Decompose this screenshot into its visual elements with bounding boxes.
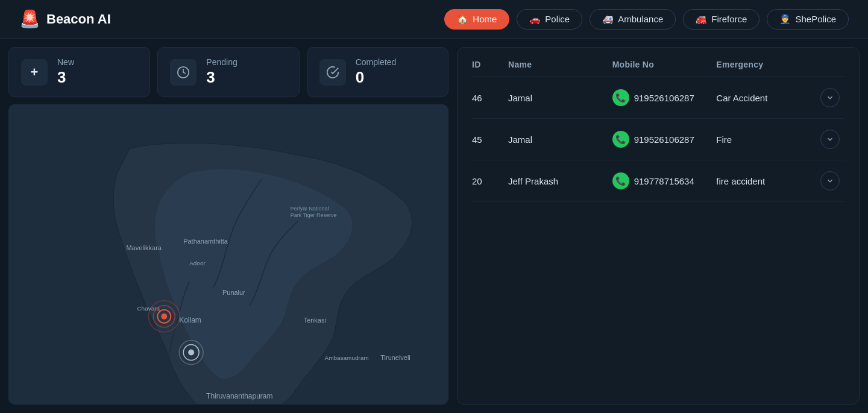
- col-name: Name: [508, 60, 612, 69]
- row3-emergency: fire accident: [716, 176, 820, 186]
- svg-text:Thiruvananthapuram: Thiruvananthapuram: [206, 392, 272, 400]
- stat-completed: Completed 0: [307, 47, 448, 97]
- nav-shepolice[interactable]: 👮 ShePolice: [767, 9, 849, 30]
- row2-mobile: 📞 919526106287: [612, 131, 717, 148]
- svg-text:Tenkasi: Tenkasi: [304, 317, 326, 324]
- svg-text:Adoor: Adoor: [189, 260, 206, 266]
- home-icon: 🏠: [457, 14, 468, 25]
- nav-ambulance[interactable]: 🚑 Ambulance: [590, 9, 676, 30]
- logo-icon: 🚨: [19, 9, 40, 29]
- phone-icon: 📞: [612, 89, 629, 106]
- row3-expand-button[interactable]: [820, 171, 840, 191]
- completed-value: 0: [356, 68, 397, 87]
- table-row: 20 Jeff Prakash 📞 919778715634 fire acci…: [472, 160, 844, 202]
- map-container: Periyar National Park Tiger Reserve Mave…: [8, 104, 448, 405]
- col-mobile: Mobile No: [612, 60, 717, 69]
- completed-icon: [319, 59, 346, 86]
- stat-pending: Pending 3: [157, 47, 299, 97]
- nav-home[interactable]: 🏠 Home: [444, 9, 509, 30]
- row3-name: Jeff Prakash: [508, 176, 612, 186]
- map-svg: Periyar National Park Tiger Reserve Mave…: [9, 105, 448, 404]
- svg-text:Mavelikkara: Mavelikkara: [126, 244, 162, 251]
- row1-emergency: Car Accident: [716, 93, 820, 103]
- row2-expand-button[interactable]: [820, 130, 840, 149]
- svg-text:Tirunelveli: Tirunelveli: [380, 354, 410, 361]
- svg-text:Periyar National: Periyar National: [291, 206, 329, 212]
- svg-text:Park Tiger Reserve: Park Tiger Reserve: [291, 212, 337, 218]
- svg-text:Punalur: Punalur: [222, 289, 245, 296]
- app-title: Beacon AI: [46, 11, 111, 27]
- stat-new: + New 3: [8, 47, 150, 97]
- row3-id: 20: [472, 176, 508, 186]
- row2-emergency: Fire: [716, 134, 820, 145]
- table-row: 46 Jamal 📞 919526106287 Car Accident: [472, 77, 844, 119]
- col-emergency: Emergency: [716, 60, 820, 69]
- new-icon: +: [21, 59, 48, 86]
- table-body: 46 Jamal 📞 919526106287 Car Accident 45 …: [472, 77, 844, 392]
- logo-area: 🚨 Beacon AI: [19, 9, 111, 29]
- stat-cards: + New 3 Pending 3: [8, 47, 448, 97]
- pending-label: Pending: [206, 57, 237, 67]
- row1-name: Jamal: [508, 93, 612, 103]
- svg-text:Pathanamthitta: Pathanamthitta: [183, 238, 228, 245]
- row1-expand-button[interactable]: [820, 88, 840, 107]
- table-header: ID Name Mobile No Emergency: [472, 60, 844, 77]
- pending-value: 3: [206, 68, 237, 87]
- svg-point-22: [161, 314, 167, 320]
- completed-label: Completed: [356, 57, 397, 67]
- pending-icon: [170, 59, 197, 86]
- right-panel: ID Name Mobile No Emergency 46 Jamal 📞 9…: [457, 47, 860, 405]
- nav-police[interactable]: 🚗 Police: [517, 9, 582, 30]
- new-label: New: [57, 57, 74, 67]
- phone-icon: 📞: [612, 131, 629, 148]
- phone-icon: 📞: [612, 172, 629, 189]
- header: 🚨 Beacon AI 🏠 Home 🚗 Police 🚑 Ambulance …: [0, 0, 868, 39]
- row1-id: 46: [472, 93, 508, 103]
- col-id: ID: [472, 60, 508, 69]
- row1-mobile: 📞 919526106287: [612, 89, 717, 106]
- row3-mobile: 📞 919778715634: [612, 172, 717, 189]
- row2-id: 45: [472, 134, 508, 145]
- svg-text:Ambasamudram: Ambasamudram: [325, 355, 369, 361]
- left-panel: + New 3 Pending 3: [8, 47, 448, 405]
- shepolice-icon: 👮: [779, 14, 791, 25]
- police-icon: 🚗: [529, 14, 541, 25]
- svg-text:Kollam: Kollam: [179, 316, 201, 324]
- nav-buttons: 🏠 Home 🚗 Police 🚑 Ambulance 🚒 Fireforce …: [444, 9, 849, 30]
- fireforce-icon: 🚒: [696, 14, 707, 25]
- nav-fireforce[interactable]: 🚒 Fireforce: [683, 9, 760, 30]
- row2-name: Jamal: [508, 134, 612, 145]
- svg-point-25: [188, 350, 194, 356]
- ambulance-icon: 🚑: [602, 14, 614, 25]
- new-value: 3: [57, 68, 74, 87]
- main-content: + New 3 Pending 3: [0, 39, 868, 413]
- table-row: 45 Jamal 📞 919526106287 Fire: [472, 119, 844, 160]
